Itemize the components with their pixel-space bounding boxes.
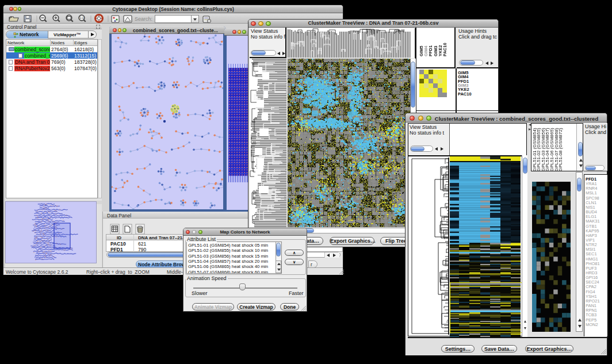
svg-text:1:1: 1:1: [80, 16, 84, 20]
